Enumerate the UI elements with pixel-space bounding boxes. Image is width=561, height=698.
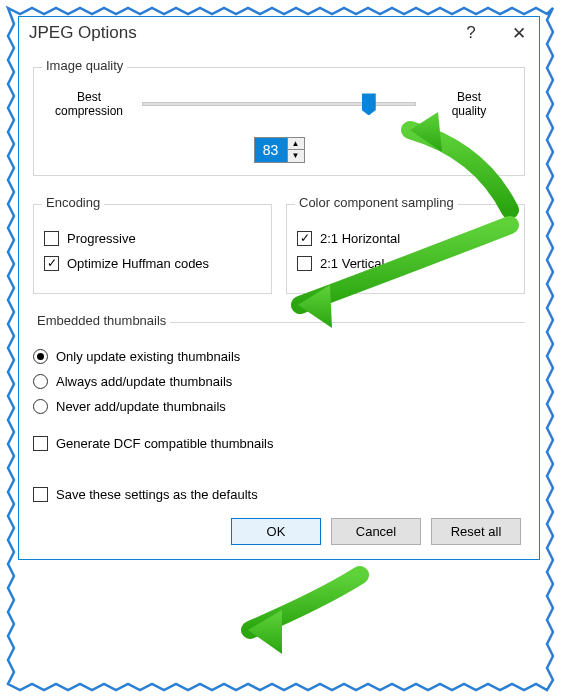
thumbnails-legend: Embedded thumbnails: [33, 313, 170, 328]
image-quality-legend: Image quality: [42, 58, 127, 73]
encoding-group: Encoding Progressive Optimize Huffman co…: [33, 204, 272, 294]
v21-label: 2:1 Vertical: [320, 256, 384, 271]
v21-checkbox[interactable]: [297, 256, 312, 271]
image-quality-group: Image quality Bestcompression Bestqualit…: [33, 67, 525, 176]
thumb-label-never: Never add/update thumbnails: [56, 399, 226, 414]
save-defaults-checkbox[interactable]: [33, 487, 48, 502]
titlebar: JPEG Options ? ✕: [19, 17, 539, 49]
save-defaults-label: Save these settings as the defaults: [56, 487, 258, 502]
spinner-up-icon[interactable]: ▲: [288, 138, 304, 150]
dcf-checkbox[interactable]: [33, 436, 48, 451]
jpeg-options-dialog: JPEG Options ? ✕ Image quality Bestcompr…: [18, 16, 540, 560]
quality-slider[interactable]: [142, 102, 416, 106]
progressive-label: Progressive: [67, 231, 136, 246]
best-quality-label: Bestquality: [424, 90, 514, 119]
close-button[interactable]: ✕: [509, 23, 529, 43]
encoding-legend: Encoding: [42, 195, 104, 210]
huffman-label: Optimize Huffman codes: [67, 256, 209, 271]
cancel-button[interactable]: Cancel: [331, 518, 421, 545]
svg-marker-2: [248, 610, 282, 654]
window-title: JPEG Options: [29, 23, 137, 43]
thumb-radio-never[interactable]: [33, 399, 48, 414]
sampling-group: Color component sampling 2:1 Horizontal …: [286, 204, 525, 294]
progressive-checkbox[interactable]: [44, 231, 59, 246]
spinner-down-icon[interactable]: ▼: [288, 150, 304, 162]
slider-thumb[interactable]: [362, 93, 376, 115]
help-button[interactable]: ?: [461, 23, 481, 43]
huffman-checkbox[interactable]: [44, 256, 59, 271]
thumb-radio-always[interactable]: [33, 374, 48, 389]
quality-spinner: ▲ ▼: [254, 137, 305, 163]
sampling-legend: Color component sampling: [295, 195, 458, 210]
dcf-label: Generate DCF compatible thumbnails: [56, 436, 274, 451]
thumb-radio-only-update[interactable]: [33, 349, 48, 364]
thumbnails-group: Embedded thumbnails Only update existing…: [33, 322, 525, 473]
thumb-label-only-update: Only update existing thumbnails: [56, 349, 240, 364]
thumb-label-always: Always add/update thumbnails: [56, 374, 232, 389]
h21-label: 2:1 Horizontal: [320, 231, 400, 246]
ok-button[interactable]: OK: [231, 518, 321, 545]
h21-checkbox[interactable]: [297, 231, 312, 246]
quality-input[interactable]: [255, 138, 287, 162]
reset-button[interactable]: Reset all: [431, 518, 521, 545]
best-compression-label: Bestcompression: [44, 90, 134, 119]
annotation-arrow-ok: [248, 575, 360, 654]
